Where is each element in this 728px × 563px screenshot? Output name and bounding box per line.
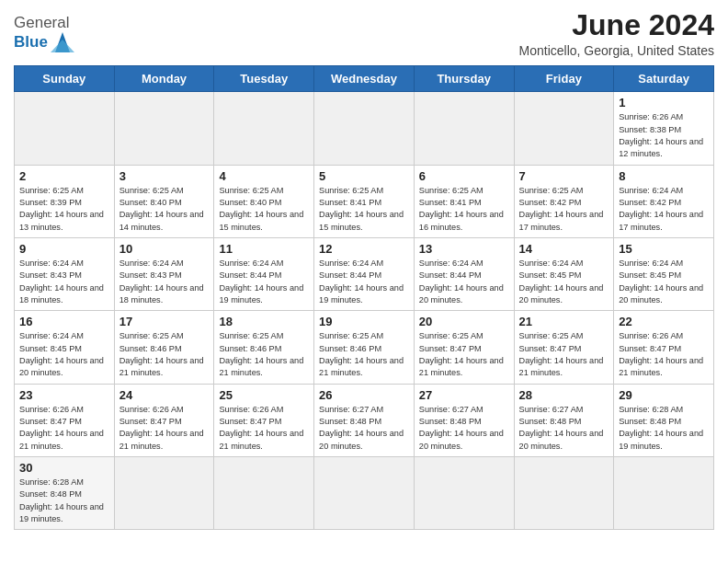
calendar-cell: 20Sunrise: 6:25 AM Sunset: 8:47 PM Dayli… xyxy=(414,311,514,384)
day-info: Sunrise: 6:25 AM Sunset: 8:39 PM Dayligh… xyxy=(19,185,109,234)
day-number: 10 xyxy=(119,242,210,256)
calendar-cell: 9Sunrise: 6:24 AM Sunset: 8:43 PM Daylig… xyxy=(15,237,115,310)
calendar-cell: 11Sunrise: 6:24 AM Sunset: 8:44 PM Dayli… xyxy=(214,237,314,310)
logo-general: General xyxy=(14,14,69,31)
calendar-cell xyxy=(514,92,614,165)
calendar-cell: 8Sunrise: 6:24 AM Sunset: 8:42 PM Daylig… xyxy=(614,165,714,237)
day-info: Sunrise: 6:24 AM Sunset: 8:43 PM Dayligh… xyxy=(119,258,210,306)
day-info: Sunrise: 6:25 AM Sunset: 8:42 PM Dayligh… xyxy=(519,185,609,234)
day-number: 16 xyxy=(19,315,109,328)
day-number: 22 xyxy=(619,315,709,328)
calendar-cell xyxy=(414,457,514,530)
calendar-cell: 5Sunrise: 6:25 AM Sunset: 8:41 PM Daylig… xyxy=(314,165,415,237)
calendar-cell xyxy=(314,92,415,165)
day-number: 14 xyxy=(519,242,609,256)
calendar-cell: 25Sunrise: 6:26 AM Sunset: 8:47 PM Dayli… xyxy=(214,384,314,456)
calendar-cell: 30Sunrise: 6:28 AM Sunset: 8:48 PM Dayli… xyxy=(15,457,115,530)
day-info: Sunrise: 6:24 AM Sunset: 8:44 PM Dayligh… xyxy=(219,258,309,306)
calendar-cell: 27Sunrise: 6:27 AM Sunset: 8:48 PM Dayli… xyxy=(414,384,514,456)
week-row-3: 16Sunrise: 6:24 AM Sunset: 8:45 PM Dayli… xyxy=(15,311,714,384)
weekday-header-friday: Friday xyxy=(514,66,614,92)
calendar-cell: 6Sunrise: 6:25 AM Sunset: 8:41 PM Daylig… xyxy=(414,165,514,237)
logo: General Blue xyxy=(14,15,74,52)
day-info: Sunrise: 6:27 AM Sunset: 8:48 PM Dayligh… xyxy=(319,404,409,453)
calendar-cell: 14Sunrise: 6:24 AM Sunset: 8:45 PM Dayli… xyxy=(514,237,614,310)
day-info: Sunrise: 6:24 AM Sunset: 8:45 PM Dayligh… xyxy=(19,330,109,379)
calendar-cell: 26Sunrise: 6:27 AM Sunset: 8:48 PM Dayli… xyxy=(314,384,415,456)
weekday-header-monday: Monday xyxy=(114,66,214,92)
day-info: Sunrise: 6:25 AM Sunset: 8:40 PM Dayligh… xyxy=(219,185,309,234)
calendar-cell: 22Sunrise: 6:26 AM Sunset: 8:47 PM Dayli… xyxy=(614,311,714,384)
day-info: Sunrise: 6:25 AM Sunset: 8:46 PM Dayligh… xyxy=(219,330,309,379)
week-row-4: 23Sunrise: 6:26 AM Sunset: 8:47 PM Dayli… xyxy=(15,384,714,456)
calendar-cell: 23Sunrise: 6:26 AM Sunset: 8:47 PM Dayli… xyxy=(15,384,115,456)
calendar-cell xyxy=(114,92,214,165)
day-number: 3 xyxy=(119,169,210,183)
week-row-1: 2Sunrise: 6:25 AM Sunset: 8:39 PM Daylig… xyxy=(15,165,714,237)
title-block: June 2024 Monticello, Georgia, United St… xyxy=(519,9,714,58)
calendar-cell: 21Sunrise: 6:25 AM Sunset: 8:47 PM Dayli… xyxy=(514,311,614,384)
day-number: 24 xyxy=(119,388,210,402)
day-info: Sunrise: 6:26 AM Sunset: 8:38 PM Dayligh… xyxy=(619,111,709,160)
calendar-cell xyxy=(114,457,214,530)
calendar-cell xyxy=(15,92,115,165)
day-info: Sunrise: 6:28 AM Sunset: 8:48 PM Dayligh… xyxy=(19,477,109,525)
month-title: June 2024 xyxy=(519,9,714,41)
day-number: 6 xyxy=(419,169,509,183)
calendar-cell: 12Sunrise: 6:24 AM Sunset: 8:44 PM Dayli… xyxy=(314,237,415,310)
day-number: 27 xyxy=(419,388,509,402)
day-number: 12 xyxy=(319,242,409,256)
weekday-header-thursday: Thursday xyxy=(414,66,514,92)
day-info: Sunrise: 6:24 AM Sunset: 8:43 PM Dayligh… xyxy=(19,258,109,306)
calendar-cell xyxy=(614,457,714,530)
calendar-cell xyxy=(514,457,614,530)
calendar-cell: 29Sunrise: 6:28 AM Sunset: 8:48 PM Dayli… xyxy=(614,384,714,456)
weekday-header-saturday: Saturday xyxy=(614,66,714,92)
calendar-cell: 19Sunrise: 6:25 AM Sunset: 8:46 PM Dayli… xyxy=(314,311,415,384)
day-number: 5 xyxy=(319,169,409,183)
calendar-cell: 3Sunrise: 6:25 AM Sunset: 8:40 PM Daylig… xyxy=(114,165,214,237)
day-number: 2 xyxy=(19,169,109,183)
day-info: Sunrise: 6:25 AM Sunset: 8:41 PM Dayligh… xyxy=(319,185,409,234)
calendar-cell: 15Sunrise: 6:24 AM Sunset: 8:45 PM Dayli… xyxy=(614,237,714,310)
day-number: 29 xyxy=(619,388,709,402)
day-info: Sunrise: 6:24 AM Sunset: 8:44 PM Dayligh… xyxy=(419,258,509,306)
calendar-cell: 17Sunrise: 6:25 AM Sunset: 8:46 PM Dayli… xyxy=(114,311,214,384)
day-info: Sunrise: 6:24 AM Sunset: 8:45 PM Dayligh… xyxy=(519,258,609,306)
calendar-cell: 13Sunrise: 6:24 AM Sunset: 8:44 PM Dayli… xyxy=(414,237,514,310)
day-number: 7 xyxy=(519,169,609,183)
weekday-header-tuesday: Tuesday xyxy=(214,66,314,92)
day-info: Sunrise: 6:27 AM Sunset: 8:48 PM Dayligh… xyxy=(419,404,509,453)
day-info: Sunrise: 6:26 AM Sunset: 8:47 PM Dayligh… xyxy=(119,404,210,453)
calendar-cell: 28Sunrise: 6:27 AM Sunset: 8:48 PM Dayli… xyxy=(514,384,614,456)
day-info: Sunrise: 6:28 AM Sunset: 8:48 PM Dayligh… xyxy=(619,404,709,453)
week-row-2: 9Sunrise: 6:24 AM Sunset: 8:43 PM Daylig… xyxy=(15,237,714,310)
calendar-cell xyxy=(214,457,314,530)
day-number: 20 xyxy=(419,315,509,328)
day-info: Sunrise: 6:26 AM Sunset: 8:47 PM Dayligh… xyxy=(19,404,109,453)
day-info: Sunrise: 6:25 AM Sunset: 8:40 PM Dayligh… xyxy=(119,185,210,234)
day-number: 1 xyxy=(619,96,709,109)
day-number: 23 xyxy=(19,388,109,402)
logo-icon xyxy=(51,32,74,52)
day-info: Sunrise: 6:24 AM Sunset: 8:45 PM Dayligh… xyxy=(619,258,709,306)
calendar-cell: 16Sunrise: 6:24 AM Sunset: 8:45 PM Dayli… xyxy=(15,311,115,384)
calendar-cell xyxy=(314,457,415,530)
day-number: 11 xyxy=(219,242,309,256)
day-number: 9 xyxy=(19,242,109,256)
weekday-header-row: SundayMondayTuesdayWednesdayThursdayFrid… xyxy=(15,66,714,92)
day-number: 28 xyxy=(519,388,609,402)
day-info: Sunrise: 6:24 AM Sunset: 8:44 PM Dayligh… xyxy=(319,258,409,306)
week-row-5: 30Sunrise: 6:28 AM Sunset: 8:48 PM Dayli… xyxy=(15,457,714,530)
calendar-cell: 2Sunrise: 6:25 AM Sunset: 8:39 PM Daylig… xyxy=(15,165,115,237)
day-info: Sunrise: 6:26 AM Sunset: 8:47 PM Dayligh… xyxy=(619,330,709,379)
calendar-cell: 4Sunrise: 6:25 AM Sunset: 8:40 PM Daylig… xyxy=(214,165,314,237)
weekday-header-wednesday: Wednesday xyxy=(314,66,415,92)
calendar-cell: 24Sunrise: 6:26 AM Sunset: 8:47 PM Dayli… xyxy=(114,384,214,456)
day-info: Sunrise: 6:25 AM Sunset: 8:47 PM Dayligh… xyxy=(519,330,609,379)
day-number: 30 xyxy=(19,461,109,475)
calendar-cell: 1Sunrise: 6:26 AM Sunset: 8:38 PM Daylig… xyxy=(614,92,714,165)
calendar-cell xyxy=(214,92,314,165)
day-info: Sunrise: 6:25 AM Sunset: 8:46 PM Dayligh… xyxy=(319,330,409,379)
logo-blue: Blue xyxy=(14,33,48,52)
